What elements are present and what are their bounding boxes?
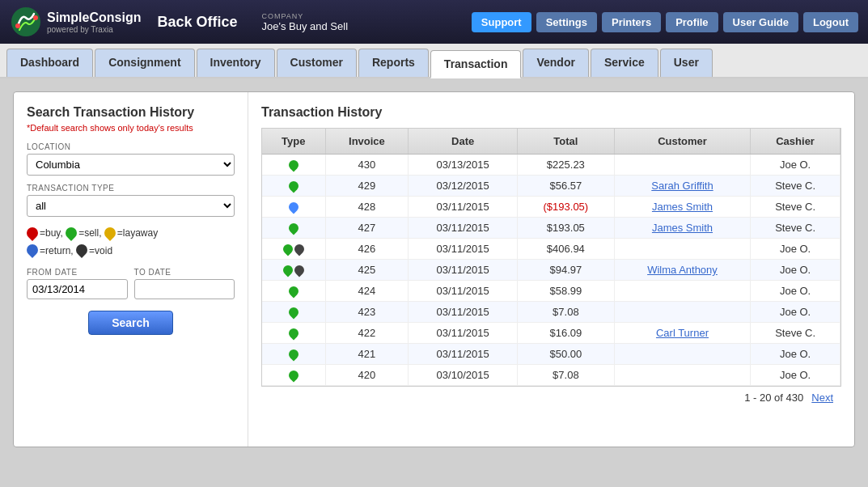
- table-row: 43003/13/2015$225.23Joe O.: [262, 155, 840, 176]
- row-customer[interactable]: Sarah Griffith: [614, 176, 750, 197]
- row-type: [262, 344, 325, 365]
- row-date: 03/11/2015: [409, 218, 518, 239]
- col-type: Type: [262, 129, 325, 155]
- row-customer[interactable]: James Smith: [614, 197, 750, 218]
- tab-transaction[interactable]: Transaction: [430, 50, 522, 78]
- search-button[interactable]: Search: [88, 311, 173, 335]
- row-invoice: 423: [325, 302, 409, 323]
- back-office-title: Back Office: [157, 14, 237, 31]
- row-total: $7.08: [517, 302, 614, 323]
- row-customer: [614, 281, 750, 302]
- tab-service[interactable]: Service: [591, 49, 658, 77]
- next-link[interactable]: Next: [811, 392, 833, 404]
- header-buttons: Support Settings Printers Profile User G…: [472, 12, 858, 32]
- row-customer[interactable]: Wilma Anthony: [614, 260, 750, 281]
- transaction-type-row: TRANSACTION TYPE all buy sell layaway re…: [27, 184, 235, 217]
- row-customer: [614, 365, 750, 386]
- col-customer: Customer: [614, 129, 750, 155]
- from-date-input[interactable]: [27, 279, 128, 299]
- logo-area: SimpleConsign powered by Traxia: [10, 6, 141, 38]
- row-type: [262, 218, 325, 239]
- buy-label: =buy,: [40, 227, 66, 239]
- row-date: 03/11/2015: [409, 197, 518, 218]
- col-invoice: Invoice: [325, 129, 409, 155]
- content-panel: Search Transaction History *Default sear…: [13, 91, 855, 447]
- col-date: Date: [409, 129, 518, 155]
- row-date: 03/12/2015: [409, 176, 518, 197]
- sell-icon: [63, 225, 79, 241]
- row-cashier: Joe O.: [751, 365, 840, 386]
- row-type: [262, 155, 325, 176]
- tab-reports[interactable]: Reports: [358, 49, 429, 77]
- row-invoice: 424: [325, 281, 409, 302]
- logo-sub-text: powered by Traxia: [47, 25, 141, 34]
- table-row: 42703/11/2015$193.05James SmithSteve C.: [262, 218, 840, 239]
- row-type: [262, 365, 325, 386]
- tab-consignment[interactable]: Consignment: [95, 49, 194, 77]
- row-cashier: Steve C.: [751, 218, 840, 239]
- from-date-col: FROM DATE: [27, 268, 128, 299]
- row-invoice: 422: [325, 323, 409, 344]
- table-row: 42403/11/2015$58.99Joe O.: [262, 281, 840, 302]
- row-total: $7.08: [517, 365, 614, 386]
- row-invoice: 425: [325, 260, 409, 281]
- row-cashier: Joe O.: [751, 302, 840, 323]
- sell-label: =sell,: [78, 227, 104, 239]
- logout-button[interactable]: Logout: [803, 12, 858, 32]
- row-invoice: 421: [325, 344, 409, 365]
- transaction-type-label: TRANSACTION TYPE: [27, 184, 235, 193]
- row-customer: [614, 239, 750, 260]
- table-row: 42903/12/2015$56.57Sarah GriffithSteve C…: [262, 176, 840, 197]
- tab-inventory[interactable]: Inventory: [197, 49, 275, 77]
- settings-button[interactable]: Settings: [536, 12, 597, 32]
- row-date: 03/11/2015: [409, 323, 518, 344]
- row-customer[interactable]: James Smith: [614, 218, 750, 239]
- tab-user[interactable]: User: [660, 49, 713, 77]
- company-info: COMPANY Joe's Buy and Sell: [262, 12, 349, 32]
- printers-button[interactable]: Printers: [602, 12, 661, 32]
- row-date: 03/11/2015: [409, 344, 518, 365]
- date-row: FROM DATE TO DATE: [27, 268, 235, 299]
- row-date: 03/11/2015: [409, 281, 518, 302]
- table-row: 42803/11/2015($193.05)James SmithSteve C…: [262, 197, 840, 218]
- svg-point-2: [33, 15, 38, 20]
- row-type: [262, 323, 325, 344]
- company-label: COMPANY: [262, 12, 349, 20]
- row-type: [262, 281, 325, 302]
- legend: =buy, =sell, =layaway =return, =void: [27, 225, 235, 260]
- pagination: 1 - 20 of 430 Next: [261, 387, 841, 409]
- row-type: [262, 176, 325, 197]
- support-button[interactable]: Support: [472, 12, 531, 32]
- return-label: =return,: [40, 245, 76, 256]
- row-type: [262, 302, 325, 323]
- row-total: ($193.05): [517, 197, 614, 218]
- row-type: [262, 260, 325, 281]
- pagination-info: 1 - 20 of 430: [744, 392, 803, 404]
- table-title: Transaction History: [261, 105, 841, 120]
- transaction-type-select[interactable]: all buy sell layaway return void: [27, 195, 235, 217]
- location-label: LOCATION: [27, 142, 235, 151]
- table-row: 42103/11/2015$50.00Joe O.: [262, 344, 840, 365]
- row-customer[interactable]: Carl Turner: [614, 323, 750, 344]
- row-type: [262, 197, 325, 218]
- row-total: $50.00: [517, 344, 614, 365]
- row-invoice: 427: [325, 218, 409, 239]
- tab-customer[interactable]: Customer: [277, 49, 357, 77]
- sidebar-subtitle: *Default search shows only today's resul…: [27, 123, 235, 133]
- user-guide-button[interactable]: User Guide: [723, 12, 798, 32]
- row-total: $16.09: [517, 323, 614, 344]
- table-wrapper: Type Invoice Date Total Customer Cashier…: [261, 128, 841, 387]
- location-select[interactable]: Columbia: [27, 154, 235, 176]
- table-row: 42303/11/2015$7.08Joe O.: [262, 302, 840, 323]
- tab-vendor[interactable]: Vendor: [523, 49, 588, 77]
- row-total: $406.94: [517, 239, 614, 260]
- void-label: =void: [89, 245, 112, 256]
- to-date-label: TO DATE: [134, 268, 235, 277]
- row-total: $94.97: [517, 260, 614, 281]
- to-date-input[interactable]: [134, 279, 235, 299]
- logo-main-text: SimpleConsign: [47, 11, 141, 25]
- profile-button[interactable]: Profile: [666, 12, 718, 32]
- row-cashier: Joe O.: [751, 281, 840, 302]
- tab-dashboard[interactable]: Dashboard: [6, 49, 93, 77]
- row-cashier: Joe O.: [751, 155, 840, 176]
